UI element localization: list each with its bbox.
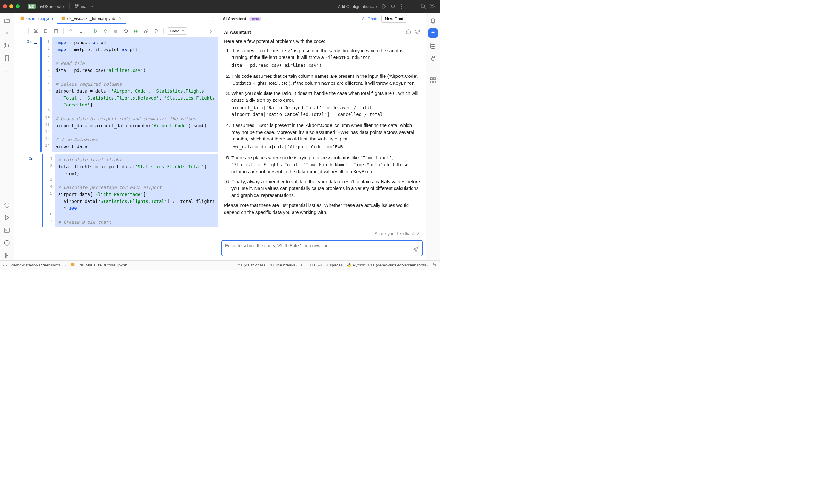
minimize-panel-icon[interactable]: —: [417, 16, 421, 21]
feedback-link[interactable]: Share your feedback ↗: [218, 231, 426, 236]
ai-assistant-panel: AI Assistant Beta All Chats New Chat ⋮ —…: [218, 13, 426, 260]
notifications-icon[interactable]: [428, 16, 438, 25]
run-button[interactable]: [380, 2, 389, 11]
python-console-icon[interactable]: [428, 54, 438, 63]
pull-requests-icon[interactable]: [2, 41, 12, 50]
branch-name: main: [81, 4, 90, 9]
all-chats-link[interactable]: All Chats: [362, 16, 378, 21]
assistant-input-container[interactable]: [221, 240, 423, 257]
file-encoding[interactable]: UTF-8: [310, 263, 322, 268]
svg-rect-21: [21, 17, 24, 20]
toolbar-chevron-right-icon[interactable]: [207, 27, 215, 35]
tab-label: ds_visualize_tutorial.ipynb: [67, 16, 115, 21]
breadcrumb-notebook-icon: [71, 263, 75, 268]
assistant-body: AI Assistant Here are a few potential pr…: [218, 25, 426, 231]
ai-assistant-tool-icon[interactable]: [428, 28, 438, 38]
run-all-button[interactable]: [132, 27, 140, 35]
interpreter-selector[interactable]: Python 3.11 (demo-data-for-screenshots): [347, 263, 428, 268]
maximize-window[interactable]: [16, 4, 19, 8]
svg-rect-34: [434, 78, 436, 80]
move-down-button[interactable]: [77, 27, 85, 35]
move-up-button[interactable]: [67, 27, 75, 35]
assistant-heading: AI Assistant: [224, 29, 420, 36]
search-icon[interactable]: [419, 2, 428, 11]
add-cell-button[interactable]: [17, 27, 25, 35]
send-icon[interactable]: [412, 246, 419, 253]
svg-point-2: [77, 5, 78, 6]
close-tab-icon[interactable]: ✕: [119, 16, 122, 21]
svg-point-3: [392, 5, 394, 8]
settings-icon[interactable]: [428, 2, 436, 11]
tabs-more-icon[interactable]: ⋮: [209, 15, 215, 22]
new-chat-button[interactable]: New Chat: [381, 15, 407, 23]
problems-icon[interactable]: [2, 238, 12, 247]
project-badge: MD: [28, 4, 35, 9]
beta-badge: Beta: [249, 17, 262, 21]
more-actions-icon[interactable]: [397, 2, 406, 11]
tab-example[interactable]: example.ipynb: [16, 13, 57, 24]
cell-type-selector[interactable]: Code ▼: [167, 27, 188, 34]
chevron-right-icon: ›: [65, 263, 66, 268]
readonly-lock-icon[interactable]: [432, 263, 436, 268]
minimize-window[interactable]: [9, 4, 13, 8]
assistant-item: It assumes 'EWR' is present in the 'Airp…: [231, 122, 420, 151]
breadcrumb-file[interactable]: ds_visualize_tutorial.ipynb: [79, 263, 127, 268]
breadcrumb-folder[interactable]: demo-data-for-screenshots: [11, 263, 61, 268]
svg-point-5: [401, 6, 402, 7]
thumbs-up-icon[interactable]: [405, 29, 411, 37]
plugins-icon[interactable]: [428, 76, 438, 85]
cut-button[interactable]: [32, 27, 40, 35]
line-gutter: 1234567: [44, 154, 55, 227]
assistant-input[interactable]: [225, 243, 412, 253]
more-icon[interactable]: ⋮: [410, 16, 414, 21]
cursor-position[interactable]: 2:1 (4182 chars, 147 line breaks): [237, 263, 297, 268]
svg-rect-35: [431, 81, 432, 83]
code-content[interactable]: # Calculate total flights total_flights …: [55, 154, 218, 227]
svg-point-32: [432, 56, 433, 57]
svg-point-11: [5, 47, 6, 48]
services-icon[interactable]: [2, 213, 12, 222]
restart-button[interactable]: [122, 27, 130, 35]
indent-setting[interactable]: 4 spaces: [326, 263, 343, 268]
debug-button[interactable]: [389, 2, 397, 11]
project-tool-icon[interactable]: [2, 16, 12, 25]
close-window[interactable]: [3, 4, 7, 8]
delete-cell-button[interactable]: [152, 27, 160, 35]
window-controls[interactable]: [3, 4, 19, 8]
terminal-icon[interactable]: [2, 225, 12, 235]
database-tool-icon[interactable]: [428, 41, 438, 50]
run-configuration[interactable]: Add Configuration... ▾: [335, 3, 380, 10]
commit-tool-icon[interactable]: [2, 28, 12, 38]
stop-button[interactable]: [112, 27, 120, 35]
git-icon[interactable]: [2, 251, 12, 260]
svg-point-10: [5, 44, 6, 45]
svg-rect-26: [55, 29, 58, 33]
code-content[interactable]: import pandas as pd import matplotlib.py…: [52, 37, 218, 152]
notebook-toolbar: Code ▼: [14, 25, 218, 37]
thumbs-down-icon[interactable]: [415, 29, 420, 37]
line-ending[interactable]: LF: [301, 263, 306, 268]
code-cell[interactable]: In _1234567# Calculate total flights tot…: [14, 154, 218, 227]
svg-point-30: [144, 30, 147, 33]
svg-rect-29: [114, 29, 118, 33]
code-editor[interactable]: ▲ 3 ˄ ˅ In _1234567891011121314import pa…: [14, 37, 218, 260]
svg-rect-25: [45, 29, 47, 33]
paste-button[interactable]: [52, 27, 60, 35]
chevron-down-icon: ▾: [376, 5, 377, 8]
clear-outputs-button[interactable]: [142, 27, 150, 35]
debug-cell-button[interactable]: [102, 27, 110, 35]
copy-button[interactable]: [42, 27, 50, 35]
svg-point-0: [75, 5, 76, 6]
project-selector[interactable]: MD myDSproject ▾: [25, 3, 67, 10]
svg-point-20: [8, 255, 9, 256]
more-tool-icon[interactable]: [2, 66, 12, 76]
svg-point-7: [421, 4, 425, 8]
run-cell-button[interactable]: [92, 27, 100, 35]
branch-selector[interactable]: main ▾: [72, 3, 95, 10]
sync-icon[interactable]: [2, 200, 12, 210]
svg-rect-16: [4, 228, 9, 232]
tab-ds-visualize[interactable]: ds_visualize_tutorial.ipynb ✕: [57, 13, 126, 24]
svg-rect-37: [71, 263, 75, 267]
bookmarks-icon[interactable]: [2, 54, 12, 63]
code-cell[interactable]: In _1234567891011121314import pandas as …: [14, 37, 218, 152]
